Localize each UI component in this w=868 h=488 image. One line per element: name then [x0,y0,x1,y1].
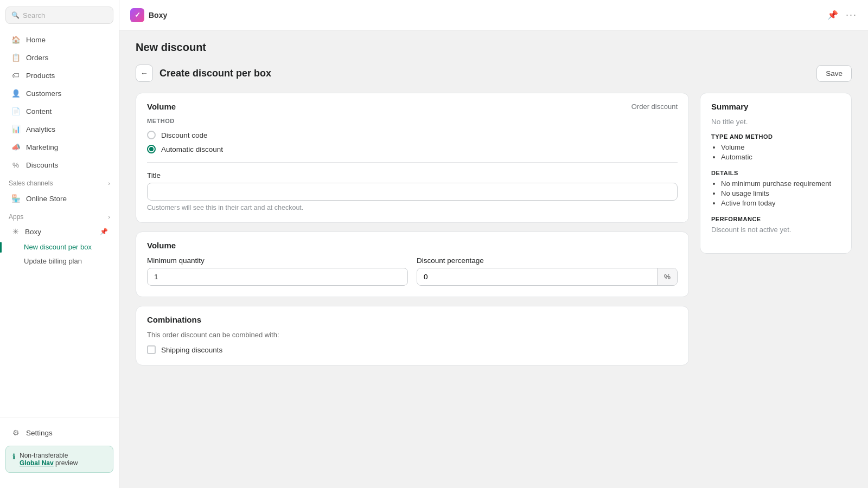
main-content: ✓ Boxy 📌 ··· New discount ← Create disco… [119,0,868,488]
method-section-label: METHOD [147,118,678,124]
sidebar-item-analytics[interactable]: 📊 Analytics [3,120,116,138]
radio-automatic-discount[interactable]: Automatic discount [147,145,678,153]
discount-code-radio[interactable] [147,131,156,139]
volume-card: Volume Minimum quantity Discount percent… [136,232,689,297]
sidebar-item-products[interactable]: 🏷 Products [3,67,116,84]
sales-channels-section: Sales channels › [0,174,119,189]
analytics-icon: 📊 [11,124,21,134]
details-item-0: No minimum purchase requirement [721,179,840,188]
sidebar-nav: 🏠 Home 📋 Orders 🏷 Products 👤 Customers 📄… [0,28,119,415]
min-quantity-field: Minimum quantity [147,256,408,286]
combinations-card-header: Combinations [136,306,688,331]
topbar-actions: 📌 ··· [827,9,857,21]
info-icon: ℹ [12,452,15,461]
performance-text: Discount is not active yet. [711,226,840,234]
page-header-row: ← Create discount per box Save [136,65,852,82]
volume-card-body: Minimum quantity Discount percentage % [136,256,688,297]
discounts-icon: % [11,160,21,170]
volume-section-label: Volume [147,241,176,250]
sub-nav-new-discount[interactable]: New discount per box [3,240,116,254]
volume-fields: Minimum quantity Discount percentage % [147,256,678,286]
method-card: Volume Order discount METHOD Discount co… [136,93,689,223]
volume-card-header: Volume [136,232,688,256]
search-icon: 🔍 [11,11,20,19]
shipping-discounts-check[interactable] [147,345,156,354]
form-sidebar: Summary No title yet. TYPE AND METHOD Vo… [700,93,852,254]
min-quantity-input[interactable] [147,268,408,286]
sidebar-item-orders[interactable]: 📋 Orders [3,49,116,66]
form-main: Volume Order discount METHOD Discount co… [136,93,689,365]
discount-pct-input[interactable] [417,268,657,285]
brand-icon: ✓ [130,8,144,22]
combo-description: This order discount can be combined with… [147,331,678,339]
order-discount-label: Order discount [631,102,678,111]
boxy-app-icon: ✳ [11,227,21,236]
summary-card: Summary No title yet. TYPE AND METHOD Vo… [700,93,852,254]
summary-card-body: No title yet. TYPE AND METHOD Volume Aut… [700,118,851,253]
info-box: ℹ Non-transferable Global Nav preview [5,446,113,473]
performance-section: PERFORMANCE Discount is not active yet. [711,216,840,234]
chevron-right-icon: › [108,180,110,187]
sub-nav-update-billing[interactable]: Update billing plan [3,254,116,268]
combinations-card-body: This order discount can be combined with… [136,331,688,365]
content-icon: 📄 [11,106,21,116]
marketing-icon: 📣 [11,142,21,152]
settings-icon: ⚙ [11,428,21,438]
save-button[interactable]: Save [816,65,852,82]
shipping-discounts-checkbox[interactable]: Shipping discounts [147,345,678,354]
title-hint: Customers will see this in their cart an… [147,204,678,211]
orders-icon: 📋 [11,53,21,62]
home-icon: 🏠 [11,35,21,44]
sidebar-bottom: ⚙ Settings ℹ Non-transferable Global Nav… [0,418,119,488]
sidebar-item-online-store[interactable]: 🏪 Online Store [3,190,116,207]
topbar: ✓ Boxy 📌 ··· [119,0,868,30]
page-title: New discount [136,41,852,54]
global-nav-link[interactable]: Global Nav [20,459,54,467]
radio-group: Discount code Automatic discount [147,131,678,153]
sidebar-item-home[interactable]: 🏠 Home [3,31,116,48]
details-list: No minimum purchase requirement No usage… [711,179,840,207]
discount-pct-field: Discount percentage % [417,256,678,286]
search-placeholder: Search [23,11,45,20]
form-title: Create discount per box [159,68,271,79]
title-input[interactable] [147,183,678,201]
more-action-icon[interactable]: ··· [846,9,857,21]
form-layout: Volume Order discount METHOD Discount co… [136,93,852,365]
customers-icon: 👤 [11,88,21,98]
brand: ✓ Boxy [130,8,167,22]
summary-title: Summary [711,102,748,111]
sidebar-item-settings[interactable]: ⚙ Settings [3,424,116,441]
sidebar-item-marketing[interactable]: 📣 Marketing [3,138,116,156]
sidebar: 🔍 Search 🏠 Home 📋 Orders 🏷 Products 👤 Cu… [0,0,119,488]
app-boxy[interactable]: ✳ Boxy 📌 [3,223,116,240]
back-button[interactable]: ← [136,65,153,82]
type-method-item-volume: Volume [721,143,840,151]
apps-section: Apps › [0,208,119,223]
details-section: DETAILS No minimum purchase requirement … [711,170,840,207]
automatic-discount-radio[interactable] [147,145,156,153]
details-item-1: No usage limits [721,189,840,197]
search-bar[interactable]: 🔍 Search [5,7,113,24]
pin-action-icon[interactable]: 📌 [827,10,838,20]
discount-pct-label: Discount percentage [417,256,678,265]
sidebar-item-discounts[interactable]: % Discounts [3,156,116,174]
discount-pct-input-group: % [417,268,678,286]
details-item-2: Active from today [721,199,840,207]
radio-discount-code[interactable]: Discount code [147,131,678,139]
details-label: DETAILS [711,170,840,176]
store-icon: 🏪 [11,194,21,203]
type-method-item-automatic: Automatic [721,153,840,161]
volume-label: Volume [147,102,176,111]
type-method-section: TYPE AND METHOD Volume Automatic [711,133,840,161]
no-title-text: No title yet. [711,118,840,126]
sidebar-item-content[interactable]: 📄 Content [3,102,116,120]
sidebar-item-customers[interactable]: 👤 Customers [3,85,116,102]
pct-suffix: % [657,268,677,285]
products-icon: 🏷 [11,70,21,80]
method-card-header: Volume Order discount [136,93,688,118]
type-method-list: Volume Automatic [711,143,840,161]
method-card-body: METHOD Discount code Automatic discount [136,118,688,222]
min-quantity-label: Minimum quantity [147,256,408,265]
type-method-label: TYPE AND METHOD [711,133,840,140]
apps-chevron-icon: › [108,214,110,220]
